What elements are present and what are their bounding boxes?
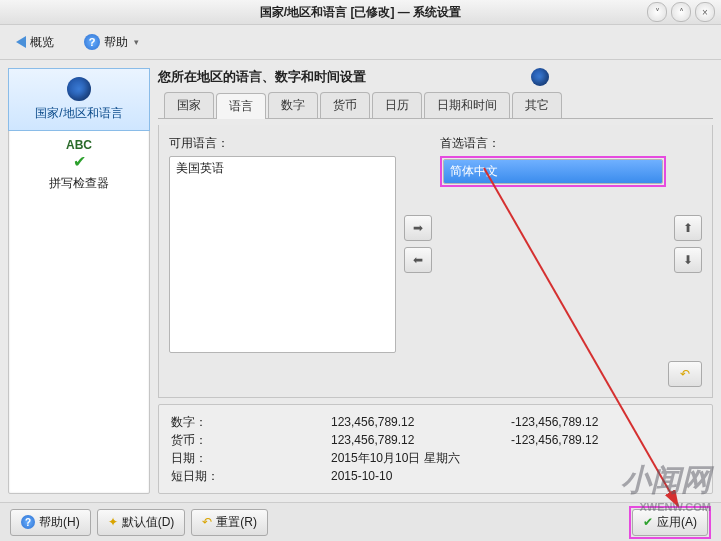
globe-icon [531, 68, 549, 86]
tab-country[interactable]: 国家 [164, 92, 214, 118]
arrow-up-icon: ⬆ [683, 221, 693, 235]
help-button[interactable]: ? 帮助(H) [10, 509, 91, 536]
info-currency-neg: -123,456,789.12 [511, 431, 700, 449]
tab-currency[interactable]: 货币 [320, 92, 370, 118]
apply-highlight: ✔ 应用(A) [629, 506, 711, 539]
abc-icon: ABC [13, 138, 145, 152]
tab-language[interactable]: 语言 [216, 93, 266, 119]
bottom-bar: ? 帮助(H) ✦ 默认值(D) ↶ 重置(R) ✔ 应用(A) [0, 502, 721, 541]
language-panel: 可用语言： 美国英语 ➡ ⬅ 首选语言： 简体中文 [158, 125, 713, 398]
info-label-shortdate: 短日期： [171, 467, 331, 485]
info-label-currency: 货币： [171, 431, 331, 449]
info-numbers-neg: -123,456,789.12 [511, 413, 700, 431]
sidebar-item-label: 拼写检查器 [13, 175, 145, 192]
close-button[interactable]: × [695, 2, 715, 22]
add-language-button[interactable]: ➡ [404, 215, 432, 241]
check-icon: ✔ [13, 152, 145, 171]
list-item[interactable]: 简体中文 [444, 160, 663, 183]
apply-button[interactable]: ✔ 应用(A) [632, 509, 708, 536]
chevron-down-icon: ▾ [134, 37, 139, 47]
remove-language-button[interactable]: ⬅ [404, 247, 432, 273]
tab-other[interactable]: 其它 [512, 92, 562, 118]
preferred-label: 首选语言： [440, 135, 667, 152]
main: 您所在地区的语言、数字和时间设置 国家 语言 数字 货币 日历 日期和时间 其它… [158, 68, 713, 494]
arrow-right-icon: ➡ [413, 221, 423, 235]
tab-calendar[interactable]: 日历 [372, 92, 422, 118]
back-arrow-icon [16, 36, 26, 48]
overview-button[interactable]: 概览 [8, 30, 62, 55]
check-icon: ✔ [643, 515, 653, 529]
revert-button[interactable]: ↶ [668, 361, 702, 387]
sidebar-item-locale[interactable]: 国家/地区和语言 [8, 68, 150, 131]
available-label: 可用语言： [169, 135, 396, 152]
minimize-button[interactable]: ˅ [647, 2, 667, 22]
help-icon: ? [84, 34, 100, 50]
undo-icon: ↶ [202, 515, 212, 529]
maximize-button[interactable]: ˄ [671, 2, 691, 22]
defaults-button[interactable]: ✦ 默认值(D) [97, 509, 186, 536]
sidebar: 国家/地区和语言 ABC ✔ 拼写检查器 [8, 68, 150, 494]
preview-panel: 数字： 货币： 日期： 短日期： 123,456,789.12 123,456,… [158, 404, 713, 494]
titlebar: 国家/地区和语言 [已修改] — 系统设置 ˅ ˄ × [0, 0, 721, 25]
arrow-down-icon: ⬇ [683, 253, 693, 267]
reset-button[interactable]: ↶ 重置(R) [191, 509, 268, 536]
list-item[interactable]: 美国英语 [170, 157, 395, 180]
arrow-left-icon: ⬅ [413, 253, 423, 267]
help-button[interactable]: ? 帮助 ▾ [76, 30, 147, 55]
wand-icon: ✦ [108, 515, 118, 529]
info-currency: 123,456,789.12 [331, 431, 511, 449]
tab-datetime[interactable]: 日期和时间 [424, 92, 510, 118]
move-up-button[interactable]: ⬆ [674, 215, 702, 241]
info-label-numbers: 数字： [171, 413, 331, 431]
page-title: 您所在地区的语言、数字和时间设置 [158, 68, 366, 86]
overview-label: 概览 [30, 34, 54, 51]
preferred-highlight: 简体中文 重启电脑即可 [440, 156, 667, 187]
sidebar-item-label: 国家/地区和语言 [13, 105, 145, 122]
toolbar: 概览 ? 帮助 ▾ [0, 25, 721, 60]
info-numbers: 123,456,789.12 [331, 413, 511, 431]
help-label: 帮助 [104, 34, 128, 51]
info-label-date: 日期： [171, 449, 331, 467]
window-title: 国家/地区和语言 [已修改] — 系统设置 [260, 4, 461, 21]
help-icon: ? [21, 515, 35, 529]
info-shortdate: 2015-10-10 [331, 467, 511, 485]
available-languages-list[interactable]: 美国英语 [169, 156, 396, 353]
tabs: 国家 语言 数字 货币 日历 日期和时间 其它 [158, 92, 713, 119]
move-down-button[interactable]: ⬇ [674, 247, 702, 273]
globe-icon [67, 77, 91, 101]
sidebar-item-spellcheck[interactable]: ABC ✔ 拼写检查器 [9, 130, 149, 200]
info-date: 2015年10月10日 星期六 [331, 449, 511, 467]
tab-numbers[interactable]: 数字 [268, 92, 318, 118]
preferred-languages-list[interactable]: 简体中文 重启电脑即可 [443, 159, 664, 184]
undo-icon: ↶ [680, 367, 690, 381]
